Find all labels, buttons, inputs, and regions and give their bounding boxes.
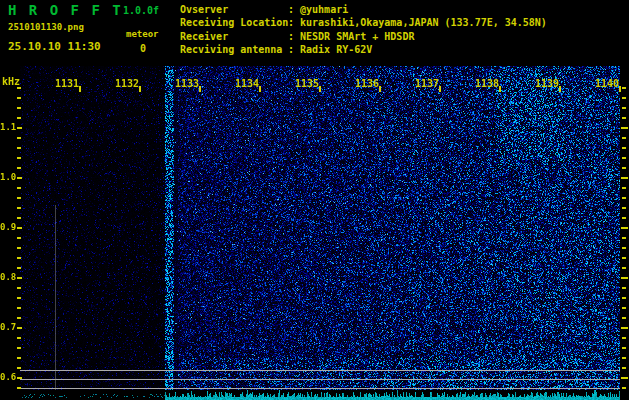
x-tick [199,86,201,92]
y-tick-minor [622,217,626,219]
y-tick-minor [17,317,21,319]
y-tick-minor [17,267,21,269]
y-tick-minor [622,87,626,89]
y-tick-major [17,227,22,229]
y-tick-minor [17,117,21,119]
time-label: 1137 [415,78,439,89]
time-label: 1138 [475,78,499,89]
y-tick-minor [17,147,21,149]
y-tick-minor [17,357,21,359]
y-tick-minor [622,387,626,389]
time-label: 1140 [595,78,619,89]
x-tick [79,86,81,92]
hrofft-screen: H R O F F T 1.0.0f 2510101130.png meteor… [0,0,629,400]
freq-label: 1.0 [0,173,16,183]
y-tick-minor [622,167,626,169]
y-tick-major [621,227,628,229]
time-label: 1133 [175,78,199,89]
x-tick [319,86,321,92]
y-tick-minor [17,307,21,309]
plot-axes: 1131113211331134113511361137113811391140… [0,0,629,400]
y-tick-minor [17,297,21,299]
x-tick [559,86,561,92]
y-tick-major [17,127,22,129]
y-tick-major [621,127,628,129]
y-tick-minor [622,97,626,99]
y-tick-minor [17,157,21,159]
y-tick-minor [622,117,626,119]
y-tick-minor [17,247,21,249]
y-tick-minor [622,317,626,319]
x-tick [439,86,441,92]
y-tick-minor [17,97,21,99]
y-tick-minor [17,287,21,289]
y-tick-minor [622,297,626,299]
freq-label: 0.6 [0,373,16,383]
y-tick-minor [17,257,21,259]
y-tick-minor [622,257,626,259]
y-tick-minor [17,337,21,339]
x-tick [619,86,621,92]
y-tick-minor [17,107,21,109]
y-tick-minor [622,337,626,339]
y-tick-major [17,177,22,179]
y-tick-minor [17,137,21,139]
y-tick-major [621,177,628,179]
x-tick [379,86,381,92]
y-tick-minor [17,207,21,209]
time-label: 1132 [115,78,139,89]
y-tick-minor [622,247,626,249]
time-label: 1136 [355,78,379,89]
freq-label: 0.9 [0,223,16,233]
y-tick-major [17,277,22,279]
y-tick-minor [17,87,21,89]
y-tick-major [621,377,628,379]
y-tick-minor [622,107,626,109]
y-tick-minor [622,137,626,139]
y-tick-minor [622,207,626,209]
y-tick-minor [622,157,626,159]
y-tick-minor [17,367,21,369]
y-tick-minor [622,147,626,149]
y-tick-major [17,377,22,379]
y-tick-minor [622,347,626,349]
y-tick-minor [622,197,626,199]
y-tick-minor [17,237,21,239]
x-tick [259,86,261,92]
y-tick-minor [17,387,21,389]
y-tick-minor [17,167,21,169]
freq-label: 0.8 [0,273,16,283]
x-tick [499,86,501,92]
time-label: 1135 [295,78,319,89]
y-tick-minor [622,267,626,269]
y-tick-minor [17,197,21,199]
time-label: 1131 [55,78,79,89]
time-label: 1134 [235,78,259,89]
time-label: 1139 [535,78,559,89]
y-tick-minor [622,367,626,369]
y-tick-minor [622,287,626,289]
y-tick-minor [17,347,21,349]
freq-label: 1.1 [0,123,16,133]
x-tick [139,86,141,92]
y-tick-minor [17,187,21,189]
y-tick-minor [622,357,626,359]
y-tick-minor [622,237,626,239]
y-tick-minor [17,217,21,219]
freq-label: 0.7 [0,323,16,333]
y-tick-major [621,327,628,329]
y-tick-minor [622,187,626,189]
y-tick-major [621,277,628,279]
y-tick-major [17,327,22,329]
y-tick-minor [622,307,626,309]
